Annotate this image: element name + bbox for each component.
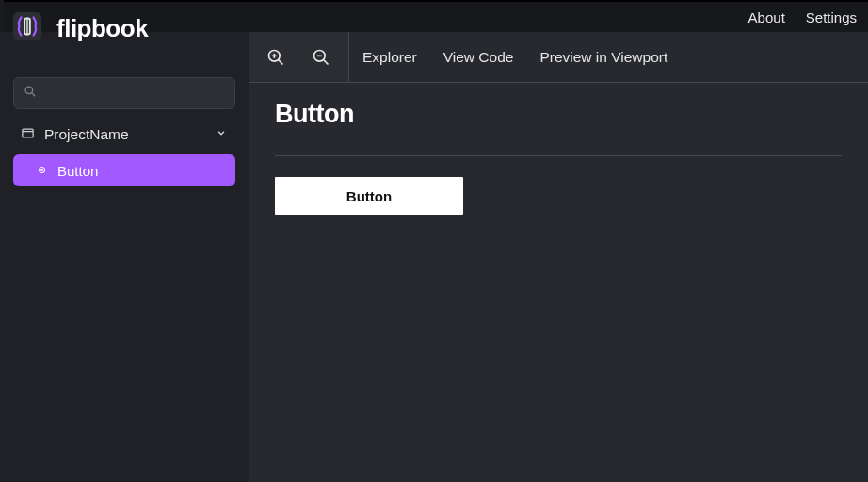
search-icon: [24, 85, 37, 102]
tree-item-button[interactable]: Button: [13, 154, 235, 186]
tree-item-label: Button: [57, 163, 98, 179]
search-input[interactable]: [13, 77, 235, 109]
svg-line-4: [32, 93, 36, 97]
logo-icon: [11, 10, 43, 46]
content-area: Button Button: [249, 83, 868, 482]
svg-line-10: [279, 59, 283, 64]
preview-button-component[interactable]: Button: [275, 177, 463, 215]
sidebar: flipbook: [0, 32, 249, 482]
app-title: flipbook: [56, 14, 148, 43]
page-title: Button: [275, 100, 842, 129]
story-icon: [36, 163, 48, 179]
about-link[interactable]: About: [748, 9, 785, 25]
explorer-tree: ProjectName Button: [13, 120, 235, 186]
folder-icon: [21, 126, 35, 144]
svg-point-3: [25, 87, 33, 94]
tree-project-node[interactable]: ProjectName: [13, 120, 235, 149]
svg-point-8: [41, 169, 43, 170]
chevron-down-icon: [215, 126, 228, 143]
zoom-out-button[interactable]: [311, 47, 331, 68]
main-panel: Explorer View Code Preview in Viewport B…: [249, 32, 868, 482]
logo-block: flipbook: [11, 6, 148, 51]
toolbar: Explorer View Code Preview in Viewport: [249, 32, 868, 83]
toolbar-view-code[interactable]: View Code: [430, 32, 527, 82]
settings-link[interactable]: Settings: [806, 9, 857, 25]
svg-line-14: [324, 59, 329, 64]
zoom-controls: [249, 32, 349, 82]
toolbar-preview-viewport[interactable]: Preview in Viewport: [526, 32, 681, 82]
project-name-label: ProjectName: [44, 126, 129, 143]
divider: [275, 155, 842, 156]
app-root: flipbook: [0, 32, 868, 482]
preview-button-label: Button: [346, 188, 392, 204]
search-field[interactable]: [44, 86, 225, 101]
svg-rect-5: [23, 129, 33, 137]
toolbar-explorer[interactable]: Explorer: [349, 32, 430, 82]
zoom-in-button[interactable]: [265, 47, 286, 68]
